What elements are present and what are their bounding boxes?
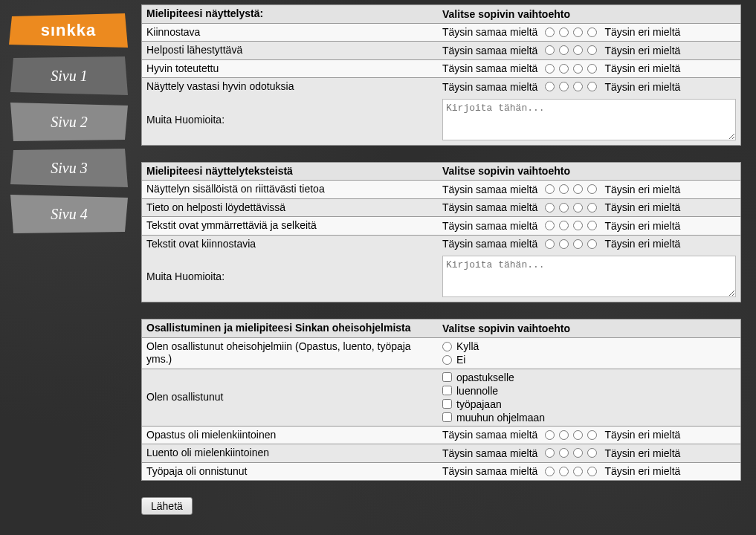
checkbox-input[interactable]	[442, 412, 452, 422]
likert-radio[interactable]	[573, 45, 583, 55]
likert-radio[interactable]	[545, 203, 555, 213]
likert-left-label: Täysin samaa mieltä	[442, 447, 537, 459]
checkbox-item[interactable]: opastukselle	[442, 372, 545, 383]
likert-radio[interactable]	[587, 239, 597, 249]
likert-radio-group	[545, 82, 597, 91]
likert-radio[interactable]	[573, 239, 583, 249]
likert-answer: Täysin samaa mieltäTäysin eri mieltä	[438, 24, 740, 42]
likert-radio[interactable]	[559, 430, 569, 440]
likert-radio[interactable]	[559, 239, 569, 249]
likert-radio[interactable]	[559, 64, 569, 74]
submit-button[interactable]: Lähetä	[141, 497, 193, 515]
likert-radio[interactable]	[545, 221, 555, 230]
section3-header-a: Valitse sopivin vaihtoehto	[438, 320, 740, 337]
likert-radio[interactable]	[573, 82, 583, 91]
checkbox-item[interactable]: työpajaan	[442, 398, 545, 410]
likert-radio[interactable]	[545, 64, 555, 74]
likert-left-label: Täysin samaa mieltä	[442, 220, 537, 232]
likert-answer: Täysin samaa mieltäTäysin eri mieltä	[438, 217, 740, 235]
likert-row: Tekstit ovat kiinnostaviaTäysin samaa mi…	[142, 236, 740, 253]
nav-item-sivu-4[interactable]: Sivu 4	[10, 195, 128, 233]
likert-row: Opastus oli mielenkiintoinenTäysin samaa…	[142, 427, 740, 445]
checkbox-input[interactable]	[442, 372, 452, 382]
section1-notes-input[interactable]	[442, 99, 736, 140]
checkbox-input[interactable]	[442, 399, 452, 409]
likert-radio[interactable]	[587, 27, 597, 37]
likert-right-label: Täysin eri mieltä	[604, 429, 680, 441]
likert-radio[interactable]	[559, 448, 569, 458]
likert-radio-group	[545, 64, 597, 74]
nav-item-sivu-2[interactable]: Sivu 2	[10, 103, 128, 141]
likert-question: Tekstit ovat ymmärrettäviä ja selkeitä	[142, 217, 438, 235]
likert-radio[interactable]	[587, 448, 597, 458]
likert-radio[interactable]	[587, 221, 597, 230]
likert-radio[interactable]	[545, 430, 555, 440]
likert-row: Työpaja oli onnistunutTäysin samaa mielt…	[142, 463, 740, 481]
likert-radio[interactable]	[559, 27, 569, 37]
likert-row: Hyvin toteutettuTäysin samaa mieltäTäysi…	[142, 60, 740, 79]
section2-notes-input[interactable]	[442, 256, 736, 297]
radio-no[interactable]: Ei	[442, 354, 479, 366]
likert-radio[interactable]	[573, 27, 583, 37]
section-participation: Osallistuminen ja mielipiteesi Sinkan oh…	[141, 319, 741, 481]
nav-label: Sivu 3	[10, 149, 128, 187]
nav-item-sivu-3[interactable]: Sivu 3	[10, 149, 128, 187]
nav-item-sivu-1[interactable]: Sivu 1	[10, 56, 128, 95]
likert-radio[interactable]	[573, 203, 583, 213]
likert-answer: Täysin samaa mieltäTäysin eri mieltä	[438, 463, 740, 481]
likert-radio[interactable]	[573, 448, 583, 458]
likert-radio[interactable]	[587, 82, 597, 91]
likert-radio[interactable]	[573, 64, 583, 74]
logo: sınkka	[9, 13, 128, 48]
likert-radio[interactable]	[545, 448, 555, 458]
logo-text: sınkka	[9, 13, 128, 48]
likert-left-label: Täysin samaa mieltä	[442, 62, 537, 74]
likert-radio[interactable]	[573, 430, 583, 440]
likert-radio[interactable]	[559, 82, 569, 91]
likert-question: Hyvin toteutettu	[142, 60, 438, 78]
likert-question: Opastus oli mielenkiintoinen	[142, 427, 438, 444]
likert-radio[interactable]	[559, 221, 569, 230]
likert-row: Tekstit ovat ymmärrettäviä ja selkeitäTä…	[142, 217, 740, 236]
likert-radio[interactable]	[573, 184, 583, 194]
likert-radio[interactable]	[587, 203, 597, 213]
likert-radio[interactable]	[545, 239, 555, 249]
likert-radio[interactable]	[545, 184, 555, 194]
likert-radio[interactable]	[545, 82, 555, 91]
likert-radio-group	[545, 203, 597, 213]
likert-radio[interactable]	[587, 184, 597, 194]
likert-radio[interactable]	[559, 203, 569, 213]
likert-radio[interactable]	[573, 467, 583, 476]
likert-row: Tieto on helposti löydettävissäTäysin sa…	[142, 199, 740, 218]
likert-radio[interactable]	[587, 430, 597, 440]
likert-row: Näyttely vastasi hyvin odotuksiaTäysin s…	[142, 78, 740, 96]
likert-left-label: Täysin samaa mieltä	[442, 26, 537, 38]
likert-radio[interactable]	[587, 64, 597, 74]
radio-yes-input[interactable]	[442, 342, 452, 351]
likert-radio[interactable]	[559, 467, 569, 476]
likert-radio-group	[545, 430, 597, 440]
likert-radio-group	[545, 45, 597, 55]
section2-notes-label: Muita Huomioita:	[142, 253, 438, 302]
likert-answer: Täysin samaa mieltäTäysin eri mieltä	[438, 60, 740, 78]
likert-radio[interactable]	[545, 27, 555, 37]
likert-radio-group	[545, 467, 597, 476]
likert-radio[interactable]	[559, 184, 569, 194]
radio-no-input[interactable]	[442, 355, 452, 365]
likert-question: Luento oli mielenkiintoinen	[142, 444, 438, 462]
section1-header-q: Mielipiteesi näyttelystä:	[142, 5, 438, 23]
likert-radio[interactable]	[573, 221, 583, 230]
radio-yes[interactable]: Kyllä	[442, 340, 479, 352]
checkbox-item[interactable]: muuhun ohjelmaan	[442, 412, 545, 424]
radio-yes-label: Kyllä	[456, 340, 479, 352]
likert-question: Helposti lähestyttävä	[142, 42, 438, 59]
likert-radio[interactable]	[587, 45, 597, 55]
likert-radio[interactable]	[545, 467, 555, 476]
main-content: Mielipiteesi näyttelystä: Valitse sopivi…	[134, 0, 756, 522]
likert-question: Näyttelyn sisällöistä on riittävästi tie…	[142, 181, 438, 198]
likert-radio[interactable]	[545, 45, 555, 55]
checkbox-input[interactable]	[442, 386, 452, 395]
likert-radio[interactable]	[559, 45, 569, 55]
checkbox-item[interactable]: luennolle	[442, 385, 545, 397]
likert-radio[interactable]	[587, 467, 597, 476]
